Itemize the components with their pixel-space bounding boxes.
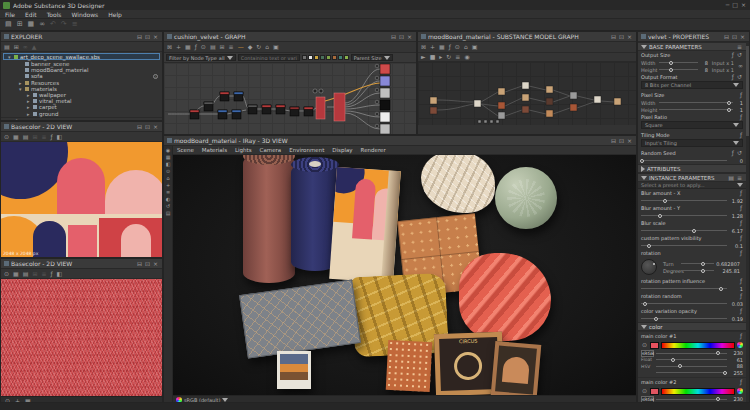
tiling-icon[interactable]: ⊞ [31, 271, 38, 277]
menu-item[interactable]: Tools [42, 11, 67, 18]
function-icon[interactable]: ƒ [739, 235, 743, 241]
close-icon[interactable]: × [152, 261, 159, 267]
dock-icon[interactable]: ⊟ [610, 138, 617, 144]
3d-view-menu-item[interactable]: Environment [285, 147, 328, 153]
position-icon[interactable]: + [14, 398, 21, 403]
pixel-width-slider[interactable]: Width 1 [638, 99, 746, 106]
size-icon[interactable]: ▦ [24, 398, 32, 403]
zoom-fit-icon[interactable]: ⊙ [3, 134, 10, 140]
focus-home-icon[interactable]: ⌂ [264, 44, 270, 50]
color-swatch[interactable] [650, 342, 659, 349]
3d-view-menu-item[interactable]: Camera [256, 147, 286, 153]
color-picker-icon[interactable]: ⊙ [641, 388, 648, 394]
compact-mode-icon[interactable]: ◆ [247, 44, 254, 50]
function-icon[interactable]: ƒ [448, 44, 452, 50]
color-channel-slider[interactable]: Float 61 [638, 403, 746, 404]
image-icon[interactable]: ▦ [12, 134, 20, 140]
function-icon[interactable]: ƒ [739, 205, 743, 211]
background-icon[interactable]: ◧ [56, 134, 64, 140]
add-node-icon[interactable]: + [175, 44, 182, 50]
loop-icon[interactable]: ↻ [445, 54, 452, 60]
section-menu-icon[interactable]: ≡ [736, 44, 743, 50]
link-mode-icon[interactable]: — [237, 44, 245, 50]
close-icon[interactable]: × [406, 34, 413, 40]
axis-icon[interactable]: + [165, 183, 171, 188]
function-icon[interactable]: ƒ [194, 44, 198, 50]
close-icon[interactable]: × [626, 138, 633, 144]
reset-icon[interactable]: ↺ [736, 74, 743, 80]
display-settings-icon[interactable]: ≡ [165, 190, 171, 195]
close-icon[interactable]: × [740, 2, 747, 8]
function-icon[interactable]: ƒ [739, 220, 743, 226]
color-picker-icon[interactable]: ⊙ [641, 342, 648, 348]
dock-icon[interactable]: ⊟ [136, 124, 143, 130]
float-icon[interactable]: ⊡ [144, 124, 151, 130]
wireframe-icon[interactable]: ▦ [165, 155, 172, 160]
explorer-package-selected[interactable]: ▾ art_deco_scene_swallace.sbs [3, 53, 160, 60]
node-color-filter-swatch[interactable] [326, 55, 331, 60]
link-wh-icon[interactable]: ∞ [737, 63, 744, 69]
base-parameters-section[interactable]: BASE PARAMETERS ≡ [638, 42, 746, 51]
close-icon[interactable]: × [626, 34, 633, 40]
light-icon[interactable]: ⊙ [165, 169, 171, 174]
open-package-icon[interactable]: ⊞ [13, 44, 20, 50]
preferences-icon[interactable]: ≡ [71, 21, 79, 28]
float-icon[interactable]: ⊡ [618, 34, 625, 40]
histogram-icon[interactable]: ≡ [40, 271, 47, 277]
function-icon[interactable]: ƒ [739, 293, 743, 299]
settings-icon[interactable]: ◉ [463, 54, 470, 60]
output-format-dropdown[interactable]: 8 Bits per Channel [641, 81, 743, 89]
3d-view-menu-item[interactable]: Display [328, 147, 356, 153]
node-color-filter-swatch[interactable] [338, 55, 343, 60]
library-icon[interactable]: ▤ [209, 44, 217, 50]
color-wheel-icon[interactable] [737, 388, 743, 394]
zoom-fit-icon[interactable]: ⊙ [3, 271, 10, 277]
image-icon[interactable]: ▦ [12, 271, 20, 277]
reset-icon[interactable]: ↺ [736, 52, 743, 58]
parameter-slider[interactable]: 0.1 [638, 242, 746, 249]
camera-icon[interactable]: ◉ [165, 148, 171, 153]
undo-icon[interactable]: ↶ [49, 21, 57, 28]
link-icon[interactable]: ∞ [38, 21, 46, 28]
dock-icon[interactable]: ⊟ [136, 34, 143, 40]
refresh-icon[interactable]: ↻ [255, 44, 262, 50]
parameter-slider[interactable]: 1.28 [638, 212, 746, 219]
tiling-mode-dropdown[interactable]: Input's Tiling [641, 139, 743, 147]
function-icon[interactable]: ƒ [739, 132, 743, 138]
float-icon[interactable]: ⊡ [398, 34, 405, 40]
channels-icon[interactable]: ▤ [22, 271, 30, 277]
menu-item[interactable]: Windows [66, 11, 103, 18]
node-color-filter-swatch[interactable] [314, 55, 319, 60]
align-icon[interactable]: ≡ [228, 44, 235, 50]
color-channel-slider[interactable]: 255 [638, 370, 746, 377]
float-icon[interactable]: ⊡ [731, 34, 738, 40]
play-icon[interactable]: ► [420, 54, 427, 60]
function-icon[interactable]: ƒ [739, 250, 743, 256]
close-icon[interactable]: × [152, 124, 159, 130]
random-seed-slider[interactable]: 0 [638, 157, 746, 164]
graph-search-input[interactable] [238, 54, 300, 61]
snapshot-icon[interactable]: ▤ [165, 211, 172, 216]
list-icon[interactable]: ≡ [736, 175, 743, 181]
env-sphere-icon[interactable]: ◐ [165, 197, 171, 202]
output-width-slider[interactable]: Width 8 Input x 1 [638, 59, 737, 66]
frame-icon[interactable]: ▦ [438, 44, 446, 50]
save-icon[interactable]: ▦ [27, 21, 36, 28]
preset-dropdown[interactable]: Select a preset to apply... [638, 182, 746, 189]
publish-icon[interactable]: ▲ [31, 44, 38, 50]
dock-icon[interactable]: ⊟ [723, 34, 730, 40]
preset-icon[interactable]: ▤ [727, 175, 735, 181]
instance-parameters-section[interactable]: INSTANCE PARAMETERS ▤≡ [638, 173, 746, 182]
menu-item[interactable]: Edit [20, 11, 42, 18]
function-icon[interactable]: ƒ [739, 92, 743, 98]
open-file-icon[interactable]: ⊞ [16, 21, 24, 28]
node-color-filter-swatch[interactable] [332, 55, 337, 60]
function-icon[interactable]: ƒ [739, 114, 743, 120]
material-mode-icon[interactable]: ◧ [165, 162, 172, 167]
stop-icon[interactable]: ■ [429, 54, 437, 60]
parameter-slider[interactable]: 0.19 [638, 315, 746, 322]
menu-item[interactable]: File [0, 11, 20, 18]
float-icon[interactable]: ⊡ [144, 34, 151, 40]
search-icon[interactable]: ⊙ [200, 44, 207, 50]
ground-icon[interactable]: ⌂ [165, 176, 170, 181]
